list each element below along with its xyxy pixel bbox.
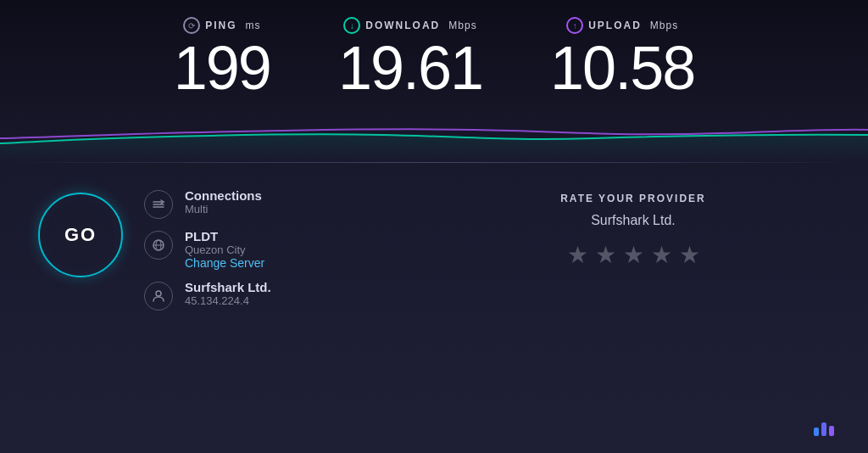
wave-svg [0, 111, 868, 162]
change-server-link[interactable]: Change Server [185, 256, 264, 270]
download-value: 19.61 [338, 37, 482, 98]
provider-row: Surfshark Ltd. 45.134.224.4 [144, 280, 415, 310]
server-text: PLDT Quezon City Change Server [185, 229, 264, 270]
star-3[interactable]: ★ [623, 241, 644, 269]
divider [0, 162, 868, 163]
connections-title: Connections [185, 188, 262, 203]
logo-bar-2 [821, 422, 826, 436]
server-icon [144, 231, 173, 260]
go-button-container: GO [34, 188, 127, 282]
upload-header: ↑ UPLOAD Mbps [566, 17, 678, 34]
download-unit: Mbps [448, 20, 476, 31]
connections-subtitle: Multi [185, 203, 262, 215]
star-rating[interactable]: ★ ★ ★ ★ ★ [567, 241, 700, 269]
download-metric: ↓ DOWNLOAD Mbps 19.61 [338, 17, 482, 98]
server-subtitle: Quezon City [185, 243, 264, 256]
speedtest-logo [814, 422, 834, 436]
connections-row: Connections Multi [144, 188, 415, 219]
ping-unit: ms [245, 20, 260, 31]
ping-value: 199 [174, 37, 270, 98]
metrics-bar: ⟳ PING ms 199 ↓ DOWNLOAD Mbps 19.61 ↑ UP… [0, 0, 868, 107]
rating-provider-name: Surfshark Ltd. [591, 213, 676, 228]
connections-icon [144, 190, 173, 219]
upload-icon: ↑ [566, 17, 583, 34]
upload-metric: ↑ UPLOAD Mbps 10.58 [550, 17, 694, 98]
logo-bars [814, 422, 834, 436]
download-icon: ↓ [343, 17, 360, 34]
ping-metric: ⟳ PING ms 199 [174, 17, 270, 98]
ping-icon: ⟳ [183, 17, 200, 34]
go-button[interactable]: GO [38, 193, 123, 277]
rating-panel: RATE YOUR PROVIDER Surfshark Ltd. ★ ★ ★ … [432, 188, 834, 310]
provider-ip: 45.134.224.4 [185, 294, 271, 307]
star-2[interactable]: ★ [595, 241, 616, 269]
ping-header: ⟳ PING ms [183, 17, 260, 34]
svg-point-6 [156, 291, 161, 296]
star-4[interactable]: ★ [651, 241, 672, 269]
server-title: PLDT [185, 229, 264, 243]
upload-label: UPLOAD [588, 20, 642, 31]
star-5[interactable]: ★ [679, 241, 700, 269]
rate-label: RATE YOUR PROVIDER [560, 193, 706, 204]
provider-icon [144, 282, 173, 310]
wave-graph [0, 111, 868, 162]
logo-bar-3 [829, 426, 834, 436]
download-header: ↓ DOWNLOAD Mbps [343, 17, 476, 34]
upload-unit: Mbps [650, 20, 678, 31]
connections-text: Connections Multi [185, 188, 262, 215]
logo-bar-1 [814, 428, 819, 436]
server-row: PLDT Quezon City Change Server [144, 229, 415, 270]
provider-title: Surfshark Ltd. [185, 280, 271, 294]
star-1[interactable]: ★ [567, 241, 588, 269]
upload-value: 10.58 [550, 37, 694, 98]
bottom-section: GO Connections Multi [0, 171, 868, 327]
info-panel: Connections Multi PLDT Quezon City Chang… [144, 188, 415, 310]
ping-label: PING [205, 20, 236, 31]
download-label: DOWNLOAD [365, 20, 440, 31]
provider-text: Surfshark Ltd. 45.134.224.4 [185, 280, 271, 307]
